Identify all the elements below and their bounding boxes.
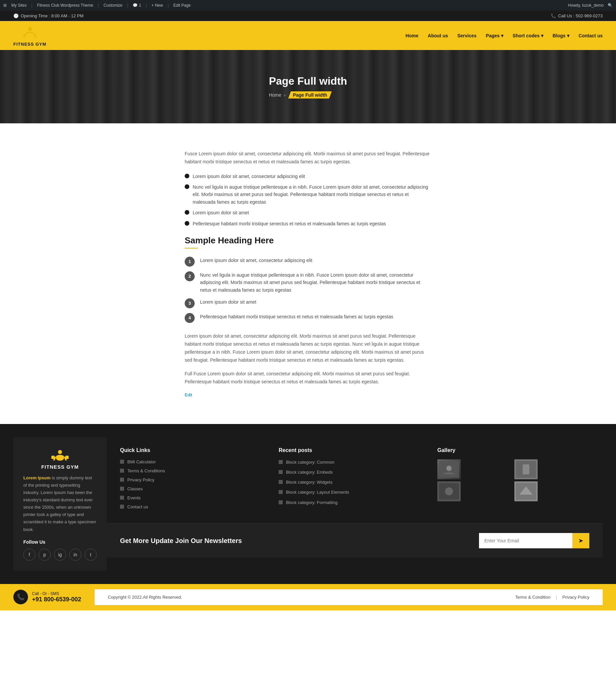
gallery-image[interactable] xyxy=(437,481,461,501)
my-sites-link[interactable]: My Sites xyxy=(11,3,27,8)
footer-bottom-links: Terms & Condition | Privacy Policy xyxy=(515,595,589,600)
quick-links-title: Quick Links xyxy=(120,447,272,453)
gallery-image[interactable] xyxy=(437,459,461,479)
bullet-icon xyxy=(185,184,189,189)
number-circle: 4 xyxy=(185,313,195,323)
search-icon[interactable]: 🔍 xyxy=(608,3,613,8)
footer-logo-icon xyxy=(50,447,70,464)
footer-link[interactable]: Privacy Policy xyxy=(120,477,272,482)
nav-home[interactable]: Home xyxy=(405,33,418,38)
privacy-policy-link[interactable]: Privacy Policy xyxy=(562,595,589,600)
footer-recent-posts: Recent posts Block category: Common Bloc… xyxy=(279,447,431,513)
svg-rect-9 xyxy=(51,456,55,459)
check-icon xyxy=(120,487,124,491)
nav-contact[interactable]: Contact us xyxy=(579,33,603,38)
edit-link[interactable]: Edit xyxy=(185,392,192,397)
bullet-text: Pellentesque habitant morbi tristique se… xyxy=(193,220,386,227)
heading-underline xyxy=(185,248,198,249)
pinterest-icon[interactable]: p xyxy=(39,549,51,561)
check-icon xyxy=(120,496,124,500)
terms-condition-link[interactable]: Terms & Condition xyxy=(515,595,550,600)
site-logo[interactable]: FITNESS GYM xyxy=(13,24,46,47)
recent-post-item[interactable]: Block category: Widgets xyxy=(279,479,431,485)
site-name-link[interactable]: Fitness Club Wordpress Theme xyxy=(37,3,93,8)
number-circle: 1 xyxy=(185,257,195,267)
comments-link[interactable]: 💬 1 xyxy=(133,3,141,8)
bullet-text: Lorem ipsum dolor sit amet, consectetur … xyxy=(193,173,305,180)
bullet-text: Lorem ipsum dolor sit amet xyxy=(193,209,249,216)
phone-text-block: Call - Or - SMS +91 800-6539-002 xyxy=(32,591,81,603)
social-icons: f p ig in t xyxy=(23,549,97,561)
call-label: Call - Or - SMS xyxy=(32,591,81,596)
sample-heading: Sample Heading Here xyxy=(185,235,431,246)
nav-pages[interactable]: Pages ▾ xyxy=(486,33,503,38)
footer-brand: FITNESS GYM Lorem Ipsum is simply dummy … xyxy=(13,437,107,571)
footer-desc: Lorem Ipsum is simply dummy text of the … xyxy=(23,474,97,533)
footer-quick-links: Quick Links BMI Calculator Terms & Condi… xyxy=(120,447,272,513)
svg-point-16 xyxy=(445,487,453,495)
gallery-image[interactable] xyxy=(514,481,538,501)
footer-phone-box: 📞 Call - Or - SMS +91 800-6539-002 xyxy=(13,590,81,604)
nav-about[interactable]: About us xyxy=(428,33,448,38)
gallery-image[interactable] xyxy=(514,459,538,479)
new-link[interactable]: + New xyxy=(152,3,163,8)
footer-logo-text: FITNESS GYM xyxy=(41,464,79,470)
newsletter-form: ➤ xyxy=(479,533,589,548)
logo-icon xyxy=(20,24,40,41)
number-circle: 3 xyxy=(185,298,195,308)
footer-link[interactable]: Events xyxy=(120,495,272,500)
footer-main: FITNESS GYM Lorem Ipsum is simply dummy … xyxy=(0,424,616,584)
howdy-text: Howdy, luzuk_demo xyxy=(568,3,604,8)
hero-content: Page Full width Home › Page Full width xyxy=(269,75,347,99)
check-icon xyxy=(279,480,283,484)
breadcrumb-current: Page Full width xyxy=(288,91,332,99)
numbered-text: Lorem ipsum dolor sit amet xyxy=(200,298,256,306)
check-icon xyxy=(120,460,124,464)
body-paragraph-2: Full Fusce Lorem ipsum dolor sit amet, c… xyxy=(185,370,431,386)
hero-title: Page Full width xyxy=(269,75,347,87)
instagram-icon[interactable]: ig xyxy=(54,549,66,561)
nav-blogs[interactable]: Blogs ▾ xyxy=(553,33,569,38)
customize-link[interactable]: Customize xyxy=(104,3,123,8)
list-item: Lorem ipsum dolor sit amet xyxy=(185,209,431,216)
clock-icon: 🕐 xyxy=(13,13,19,18)
numbered-list: 1 Lorem ipsum dolor sit amet, consectetu… xyxy=(185,257,431,323)
facebook-icon[interactable]: f xyxy=(23,549,35,561)
hero-section: Page Full width Home › Page Full width xyxy=(0,50,616,123)
bullet-text: Nunc vel ligula in augue tristique pelle… xyxy=(193,183,431,206)
nav-services[interactable]: Services xyxy=(457,33,477,38)
check-icon xyxy=(279,490,283,494)
footer-link[interactable]: Classes xyxy=(120,486,272,491)
breadcrumb-arrow: › xyxy=(284,92,286,98)
list-item: Nunc vel ligula in augue tristique pelle… xyxy=(185,183,431,206)
footer-link[interactable]: Contact us xyxy=(120,504,272,509)
footer-link[interactable]: Terms & Conditions xyxy=(120,468,272,473)
intro-paragraph: Fusce Lorem ipsum dolor sit amet, consec… xyxy=(185,150,431,166)
copyright-text: Copyright © 2022.All Rights Reserved. xyxy=(108,595,182,600)
svg-rect-14 xyxy=(523,464,529,474)
main-content: Fusce Lorem ipsum dolor sit amet, consec… xyxy=(125,137,491,411)
newsletter-submit-button[interactable]: ➤ xyxy=(572,533,589,548)
nav-shortcodes[interactable]: Short codes ▾ xyxy=(513,33,543,38)
newsletter-email-input[interactable] xyxy=(479,533,572,548)
main-nav: Home About us Services Pages ▾ Short cod… xyxy=(405,33,603,38)
wp-logo-icon[interactable]: ⊞ xyxy=(3,3,7,8)
twitter-icon[interactable]: t xyxy=(85,549,97,561)
edit-page-link[interactable]: Edit Page xyxy=(173,3,191,8)
bullet-list: Lorem ipsum dolor sit amet, consectetur … xyxy=(185,173,431,227)
linkedin-icon[interactable]: in xyxy=(69,549,81,561)
list-item: Lorem ipsum dolor sit amet, consectetur … xyxy=(185,173,431,180)
footer-link[interactable]: BMI Calculator xyxy=(120,459,272,464)
svg-point-6 xyxy=(28,27,32,31)
recent-post-item[interactable]: Block category: Formatting xyxy=(279,500,431,506)
check-icon xyxy=(279,500,283,504)
phone-number: +91 800-6539-002 xyxy=(32,596,81,603)
svg-rect-10 xyxy=(65,456,69,459)
follow-us-label: Follow Us xyxy=(23,539,97,545)
recent-post-item[interactable]: Block category: Common xyxy=(279,459,431,465)
numbered-text: Nunc vel ligula in augue tristique pelle… xyxy=(200,271,431,294)
recent-post-item[interactable]: Block category: Layout Elements xyxy=(279,489,431,495)
breadcrumb-home[interactable]: Home xyxy=(269,92,281,98)
recent-post-item[interactable]: Block category: Embeds xyxy=(279,469,431,475)
numbered-item: 4 Pellentesque habitant morbi tristique … xyxy=(185,313,431,323)
